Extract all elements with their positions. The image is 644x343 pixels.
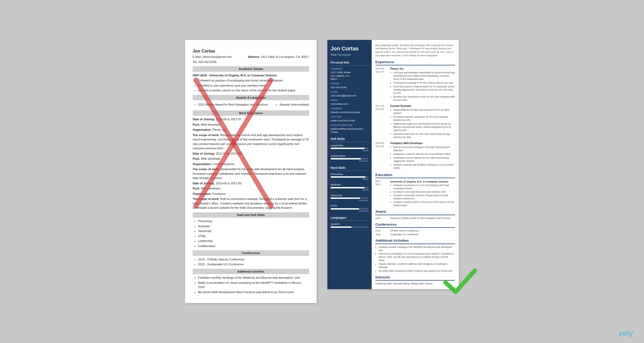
- skill-collaboration: Collaboration Advanced: [331, 154, 368, 162]
- left-activities-title: Additonal activities: [193, 269, 309, 274]
- left-address: Address: 1417 Libby St Los Angeles, CA, …: [248, 55, 309, 59]
- exp-item-2: 2011-05 -2013-06 Corend Systems Responsi…: [375, 104, 455, 139]
- left-job-1: Date of Joining: 2013-06 to 2017-07 Post…: [193, 117, 309, 151]
- left-skills-list: Photoshop Illustrator Javascript HTML Le…: [193, 219, 309, 248]
- sidebar-email-label: E-mail: [331, 90, 368, 94]
- skill-javascript: Javascript Advanced: [331, 193, 368, 202]
- left-academic-list: Followed my passion of prototyping and c…: [193, 78, 309, 93]
- resume-right: Jon Cortas Web Developer Personal Info A…: [327, 40, 459, 289]
- main-container: Jon Cortas E-Mail: Johncortas@gmail.com …: [185, 40, 459, 303]
- conf-item-2: 2015 Sustainable UX Conference: [375, 233, 455, 236]
- left-awards-title: Awards & Languages: [193, 95, 309, 100]
- sidebar-www-label: WWW: [331, 99, 368, 102]
- sidebar-address: 1417 Libby StreetLos Angeles, CA90017: [331, 71, 368, 81]
- left-academic-degree: 2007-2010 - University of Virginia, M.S.…: [193, 73, 309, 78]
- left-skills-title: Hard and Soft Skills: [193, 212, 309, 218]
- left-tel: Tel: 310-242-0196: [193, 60, 309, 64]
- left-job-2: Date of Joining: 2011-05 to 2013-06 Post…: [193, 151, 309, 180]
- left-activities-list: Facilitate monthly meetings of the Webfi…: [193, 275, 309, 294]
- right-intro: Eye-poppingly prolific, full stack web d…: [375, 44, 455, 57]
- sidebar-hard-skills-title: Hard Skills: [331, 166, 368, 171]
- sidebar-phone-label: Phone: [331, 82, 368, 85]
- left-conf-list: 2016 - O'Reilly Velocity Conference 2015…: [193, 257, 309, 267]
- award-item: 2015 Received a Webby Award for Best Nav…: [375, 217, 455, 220]
- sidebar-languages-title: Languages: [331, 216, 368, 221]
- sidebar-email: JonCortas@gmail.com: [331, 94, 368, 97]
- resume-left: Jon Cortas E-Mail: Johncortas@gmail.com …: [185, 40, 317, 303]
- right-title: Web Developer: [331, 53, 368, 57]
- left-job-3: Date of Joining: 2010-06 to 2011-05 Post…: [193, 181, 309, 210]
- sidebar-www: JonCortas.com: [331, 102, 368, 106]
- conf-item-1: 2016 O'Reilly Velocity Conference: [375, 229, 455, 233]
- skill-leadership: Leadership Expert: [331, 144, 368, 152]
- sidebar-linkedin: linkedin.com/in/JonCortas: [331, 111, 368, 114]
- left-email: E-Mail: Johncortas@gmail.com: [193, 55, 232, 59]
- left-contact: E-Mail: Johncortas@gmail.com Address: 14…: [193, 55, 309, 59]
- skill-html: HTML Advanced: [331, 204, 368, 212]
- right-award-title: Award: [375, 209, 455, 215]
- sidebar-soft-skills-title: Soft Skills: [331, 137, 368, 142]
- left-conf-title: Conferences: [193, 250, 309, 256]
- exp-item-1: 2013-06 -2017-07 Flexor, Inc. Full stack…: [375, 67, 455, 102]
- sidebar-linkedin-label: LinkedIn: [331, 107, 368, 110]
- right-name: Jon Cortas: [331, 45, 368, 52]
- zety-brand: zety: [619, 329, 633, 338]
- left-awards-row: 2015 Webby Award for Best Navigation and…: [193, 102, 309, 108]
- left-name: Jon Cortas: [193, 48, 309, 54]
- sidebar-twitter-label: Twitter: [331, 115, 368, 119]
- skill-spanish: Spanish: [331, 222, 368, 228]
- exp-item-3: 2010-06 -2011-05 Freelance Web Developer…: [375, 141, 455, 170]
- checkmark-icon: [443, 268, 478, 297]
- skill-illustrator: Illustrator Expert: [331, 183, 368, 191]
- left-academic-title: Academic Details: [193, 66, 309, 72]
- right-exp-title: Experience: [375, 60, 455, 65]
- right-edu-title: Education: [375, 173, 455, 178]
- left-work-title: Work Experience: [193, 110, 309, 116]
- skill-photoshop: Photoshop Expert: [331, 172, 368, 181]
- sidebar-stackoverflow: stackoverflow.com/users/Jon-Cortas: [331, 127, 368, 134]
- right-conf-title: Conferences: [375, 222, 455, 228]
- edu-item-1: 2007 -2010 University of Virginia, M.S. …: [375, 180, 455, 207]
- sidebar-twitter: twitter.com/JonCortas: [331, 119, 368, 122]
- main-content: Eye-poppingly prolific, full stack web d…: [372, 40, 459, 289]
- sidebar: Jon Cortas Web Developer Personal Info A…: [327, 40, 372, 289]
- sidebar-personal-title: Personal Info: [331, 61, 368, 65]
- sidebar-address-label: Address: [331, 67, 368, 71]
- sidebar-phone: 310-242-0196: [331, 86, 368, 89]
- right-activities-title: Additional Activities: [375, 238, 455, 244]
- sidebar-stackoverflow-label: StackOverflow: [331, 124, 368, 127]
